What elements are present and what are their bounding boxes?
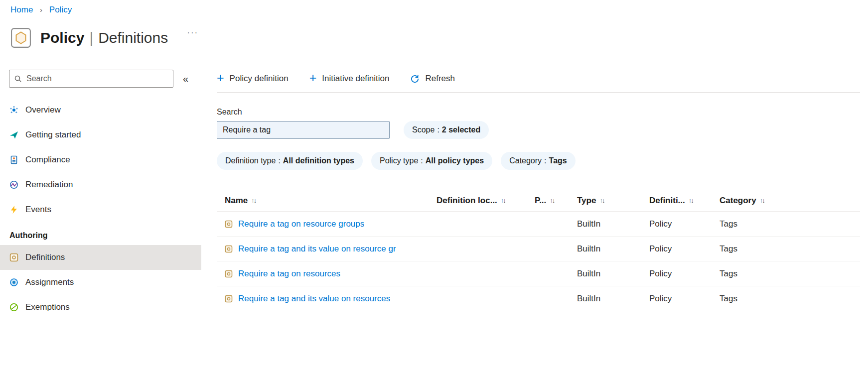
cell-category: Tags: [720, 244, 860, 254]
cell-category: Tags: [720, 294, 860, 304]
filter-row-primary: Scope : 2 selected: [217, 121, 860, 139]
column-header-policies[interactable]: P... ↑↓: [535, 196, 577, 206]
cell-name: Require a tag and its value on resources: [217, 294, 436, 304]
pill-label: Category: [509, 156, 542, 165]
policy-page-icon: [10, 27, 31, 48]
sidebar-nav: Overview Getting started: [0, 98, 201, 320]
pill-separator: :: [437, 125, 439, 134]
sidebar-item-getting-started[interactable]: Getting started: [0, 123, 201, 147]
filter-pill-policy-type[interactable]: Policy type : All policy types: [371, 152, 492, 170]
sidebar-item-compliance[interactable]: Compliance: [0, 147, 201, 172]
command-bar: + Policy definition + Initiative definit…: [217, 70, 860, 88]
refresh-button[interactable]: Refresh: [410, 74, 455, 84]
pill-value: Tags: [549, 156, 567, 165]
plus-icon: +: [217, 72, 224, 84]
overview-icon: [9, 106, 18, 115]
search-icon: [14, 75, 22, 83]
table-row: Require a tag on resource groups BuiltIn…: [217, 212, 860, 237]
cell-type: BuiltIn: [577, 294, 649, 304]
getting-started-icon: [9, 130, 18, 139]
sidebar-item-exemptions[interactable]: Exemptions: [0, 295, 201, 320]
assignments-icon: [9, 278, 18, 287]
page-title-divider: |: [89, 29, 93, 46]
cell-definition-type: Policy: [649, 269, 720, 279]
sidebar-item-label: Compliance: [25, 155, 70, 165]
definition-search-input[interactable]: [217, 121, 390, 139]
sidebar-item-events[interactable]: Events: [0, 197, 201, 222]
definition-link[interactable]: Require a tag and its value on resource …: [238, 244, 396, 254]
cell-category: Tags: [720, 219, 860, 229]
definitions-icon: [9, 253, 18, 262]
policy-definition-button[interactable]: + Policy definition: [217, 73, 289, 84]
sidebar-section-authoring: Authoring: [0, 222, 201, 245]
column-label: P...: [535, 196, 546, 206]
filter-pill-scope[interactable]: Scope : 2 selected: [404, 121, 489, 139]
definition-link[interactable]: Require a tag and its value on resources: [238, 294, 390, 304]
initiative-definition-button[interactable]: + Initiative definition: [309, 73, 390, 84]
sidebar-item-overview[interactable]: Overview: [0, 98, 201, 123]
column-header-definition-location[interactable]: Definition loc... ↑↓: [436, 196, 535, 206]
command-label: Refresh: [425, 74, 455, 84]
sidebar-item-label: Remediation: [25, 180, 73, 190]
search-field-label: Search: [217, 108, 860, 117]
sidebar-item-assignments[interactable]: Assignments: [0, 270, 201, 295]
sort-icon: ↑↓: [251, 197, 256, 204]
column-header-name[interactable]: Name ↑↓: [217, 196, 436, 206]
column-header-category[interactable]: Category ↑↓: [720, 196, 860, 206]
command-label: Policy definition: [230, 74, 289, 84]
filter-pill-category[interactable]: Category : Tags: [501, 152, 576, 170]
sidebar-search: [9, 70, 173, 88]
sort-icon: ↑↓: [760, 197, 764, 204]
pill-label: Policy type: [380, 156, 418, 165]
more-options-button[interactable]: ···: [184, 27, 201, 39]
filter-row-secondary: Definition type : All definition types P…: [217, 152, 860, 170]
cell-type: BuiltIn: [577, 269, 649, 279]
pill-separator: :: [278, 156, 280, 165]
pill-label: Scope: [412, 125, 434, 134]
breadcrumb-policy-link[interactable]: Policy: [49, 5, 72, 14]
main-content: + Policy definition + Initiative definit…: [201, 70, 868, 311]
page-title: Policy|Definitions: [40, 29, 168, 46]
sidebar-item-definitions[interactable]: Definitions: [0, 245, 201, 270]
table-row: Require a tag on resources BuiltIn Polic…: [217, 261, 860, 286]
policy-definition-icon: [225, 295, 233, 303]
breadcrumb-home-link[interactable]: Home: [10, 5, 33, 14]
column-header-definition-type[interactable]: Definiti... ↑↓: [649, 196, 720, 206]
table-row: Require a tag and its value on resources…: [217, 286, 860, 311]
sidebar-item-label: Definitions: [25, 252, 65, 262]
table-row: Require a tag and its value on resource …: [217, 237, 860, 261]
cell-type: BuiltIn: [577, 244, 649, 254]
cell-definition-type: Policy: [649, 294, 720, 304]
pill-value: 2 selected: [442, 125, 480, 134]
column-label: Category: [720, 196, 756, 206]
sidebar-item-remediation[interactable]: Remediation: [0, 172, 201, 197]
sidebar-collapse-button[interactable]: «: [180, 72, 191, 86]
pill-separator: :: [421, 156, 423, 165]
sort-icon: ↑↓: [689, 197, 693, 204]
refresh-icon: [410, 74, 420, 84]
sidebar-item-label: Events: [25, 205, 51, 215]
plus-icon: +: [309, 72, 317, 84]
cell-name: Require a tag on resource groups: [217, 219, 436, 229]
column-label: Name: [225, 196, 248, 206]
command-label: Initiative definition: [322, 74, 389, 84]
cell-name: Require a tag and its value on resource …: [217, 244, 436, 254]
column-label: Definiti...: [649, 196, 685, 206]
cell-definition-type: Policy: [649, 244, 720, 254]
column-label: Type: [577, 196, 596, 206]
definitions-table: Name ↑↓ Definition loc... ↑↓ P... ↑↓ Typ…: [217, 190, 860, 311]
sidebar-item-label: Overview: [25, 105, 61, 115]
remediation-icon: [9, 180, 18, 189]
column-header-type[interactable]: Type ↑↓: [577, 196, 649, 206]
page-title-primary: Policy: [40, 29, 84, 46]
breadcrumb-chevron-icon: ›: [40, 5, 42, 14]
definition-link[interactable]: Require a tag on resources: [238, 269, 340, 279]
sidebar-search-input[interactable]: [9, 70, 173, 88]
definition-link[interactable]: Require a tag on resource groups: [238, 219, 364, 229]
filter-pill-definition-type[interactable]: Definition type : All definition types: [217, 152, 363, 170]
sort-icon: ↑↓: [501, 197, 505, 204]
policy-definition-icon: [225, 270, 233, 278]
sidebar-item-label: Assignments: [25, 277, 74, 287]
compliance-icon: [9, 155, 18, 164]
sidebar-item-label: Exemptions: [25, 302, 70, 312]
